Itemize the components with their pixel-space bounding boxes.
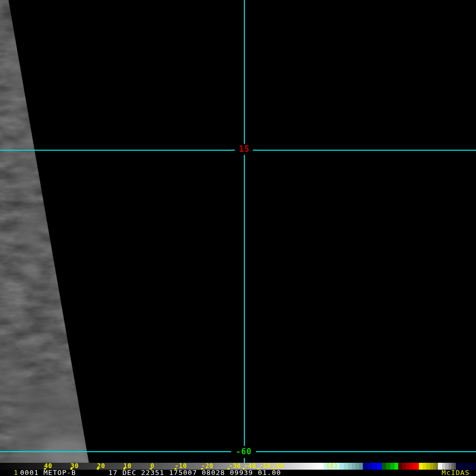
colorbar-segment	[386, 463, 390, 470]
satellite-swath-image	[0, 0, 476, 463]
colorbar-segment	[377, 463, 382, 470]
latitude-label: 15	[239, 144, 250, 154]
colorbar-segment	[359, 463, 363, 470]
colorbar-segment	[406, 463, 409, 470]
colorbar-segment	[419, 463, 423, 470]
longitude-label: -60	[236, 447, 252, 456]
status-bar: 10001 METOP-B17 DEC 22351 175007 08028 0…	[0, 470, 476, 476]
colorbar-unit-label: (C)	[326, 463, 338, 470]
latitude-line-segment	[253, 150, 476, 151]
mcidas-brand: McIDAS	[442, 470, 470, 476]
colorbar-segment	[368, 463, 372, 470]
colorbar-segment	[395, 463, 398, 470]
colorbar-segment	[423, 463, 426, 470]
colorbar-segment	[348, 463, 352, 470]
colorbar-segment	[390, 463, 395, 470]
frame-number: 1	[14, 470, 19, 476]
latitude-line-segment	[256, 451, 476, 452]
colorbar-segment	[402, 463, 406, 470]
mcidas-image-display[interactable]: 15 -60 403020100-10-20-30-40-50-60(C) 10…	[0, 0, 476, 476]
colorbar-segment	[340, 463, 344, 470]
longitude-line-segment	[244, 0, 245, 144]
image-id: 0001 METOP-B	[20, 470, 76, 476]
latitude-line-segment	[0, 150, 235, 151]
colorbar-segment	[363, 463, 368, 470]
colorbar-segment	[398, 463, 402, 470]
image-datetime: 17 DEC 22351 175007 08028 09939 01.00	[108, 470, 281, 476]
colorbar-segment	[372, 463, 377, 470]
colorbar-segment	[344, 463, 348, 470]
colorbar-segment	[382, 463, 386, 470]
latitude-line-segment	[0, 451, 231, 452]
colorbar-segment	[355, 463, 359, 470]
colorbar-segment	[426, 463, 430, 470]
colorbar-segment	[352, 463, 355, 470]
longitude-line-segment	[244, 155, 245, 446]
swath-texture	[0, 0, 116, 463]
